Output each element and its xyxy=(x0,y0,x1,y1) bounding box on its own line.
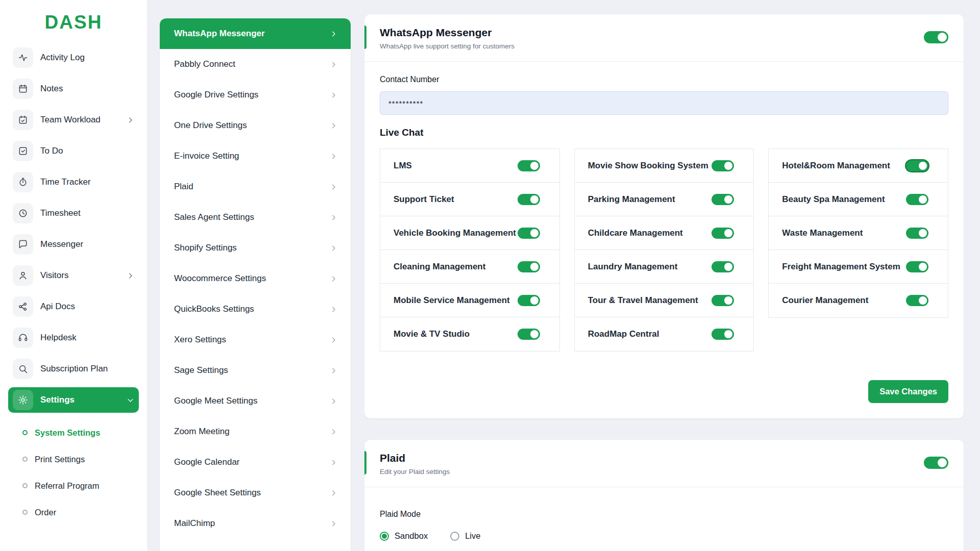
chevron-right-icon xyxy=(330,183,337,191)
sidebar-item-settings[interactable]: Settings xyxy=(8,387,139,413)
sidebar-item-visitors[interactable]: Visitors xyxy=(8,263,139,288)
module-row-vehicle-booking: Vehicle Booking Management xyxy=(380,216,559,250)
settings-nav-item-google-sheet[interactable]: Google Sheet Settings xyxy=(160,478,351,508)
settings-nav-item-google-drive[interactable]: Google Drive Settings xyxy=(160,80,351,110)
module-row-mobile-service: Mobile Service Management xyxy=(380,284,559,317)
settings-nav-item-plaid[interactable]: Plaid xyxy=(160,171,351,202)
check-square-icon xyxy=(13,141,33,161)
sub-item-referral-program[interactable]: Referral Program xyxy=(22,472,139,499)
sub-item-print-settings[interactable]: Print Settings xyxy=(22,446,139,472)
module-toggle[interactable] xyxy=(906,160,928,171)
sidebar-item-helpdesk[interactable]: Helpdesk xyxy=(8,325,139,350)
nav-item-label: QuickBooks Settings xyxy=(174,304,254,314)
sub-item-system-settings[interactable]: System Settings xyxy=(22,419,139,446)
modules-column-1: LMS Support Ticket Vehicle Booking Manag… xyxy=(380,148,560,352)
module-label: Beauty Spa Management xyxy=(782,194,885,205)
sidebar-item-timesheet[interactable]: Timesheet xyxy=(8,201,139,226)
sidebar-item-time-tracker[interactable]: Time Tracker xyxy=(8,169,139,195)
chat-bubble-icon xyxy=(13,234,33,255)
plaid-mode-sandbox-option[interactable]: Sandbox xyxy=(380,531,428,541)
module-label: Mobile Service Management xyxy=(394,295,510,306)
chevron-right-icon xyxy=(330,397,337,405)
settings-nav-item-woocommerce[interactable]: Woocommerce Settings xyxy=(160,263,351,294)
module-label: Cleaning Management xyxy=(394,262,485,272)
sidebar-item-team-workload[interactable]: Team Workload xyxy=(8,107,139,133)
settings-nav-item-one-drive[interactable]: One Drive Settings xyxy=(160,110,351,141)
settings-nav-item-sage[interactable]: Sage Settings xyxy=(160,355,351,386)
module-toggle[interactable] xyxy=(906,295,928,306)
module-toggle[interactable] xyxy=(712,194,734,205)
settings-nav-item-e-invoice[interactable]: E-invoice Setting xyxy=(160,141,351,171)
module-row-freight: Freight Management System xyxy=(769,250,948,284)
module-row-tour-travel: Tour & Travel Management xyxy=(575,284,754,317)
module-toggle[interactable] xyxy=(712,295,734,306)
module-toggle[interactable] xyxy=(518,160,540,171)
settings-nav-item-shopify[interactable]: Shopify Settings xyxy=(160,233,351,263)
plaid-mode-label: Plaid Mode xyxy=(380,510,948,519)
settings-nav-item-google-meet[interactable]: Google Meet Settings xyxy=(160,386,351,416)
calendar-check-icon xyxy=(13,110,33,130)
settings-nav-item-google-calendar[interactable]: Google Calendar xyxy=(160,447,351,478)
nav-item-label: Google Calendar xyxy=(174,457,240,467)
module-toggle[interactable] xyxy=(906,261,928,272)
plaid-enabled-toggle[interactable] xyxy=(924,457,948,469)
sidebar-item-to-do[interactable]: To Do xyxy=(8,138,139,164)
settings-nav-item-pabbly-connect[interactable]: Pabbly Connect xyxy=(160,49,351,80)
chevron-right-icon xyxy=(330,153,337,160)
sub-item-order[interactable]: Order xyxy=(22,499,139,525)
module-toggle[interactable] xyxy=(712,261,734,272)
card-subtitle: Edit your Plaid settings xyxy=(380,468,450,475)
module-label: Movie Show Booking System xyxy=(588,161,708,171)
settings-nav-item-quickbooks[interactable]: QuickBooks Settings xyxy=(160,294,351,324)
module-toggle[interactable] xyxy=(712,329,734,340)
sidebar-item-api-docs[interactable]: Api Docs xyxy=(8,294,139,319)
nav-item-label: Zoom Meeting xyxy=(174,427,230,437)
module-toggle[interactable] xyxy=(518,228,540,239)
radio-icon[interactable] xyxy=(380,532,389,541)
settings-nav-item-xero[interactable]: Xero Settings xyxy=(160,324,351,355)
plaid-mode-options: Sandbox Live xyxy=(380,531,948,541)
sidebar-item-messenger[interactable]: Messenger xyxy=(8,232,139,257)
module-toggle[interactable] xyxy=(906,228,928,239)
whatsapp-enabled-toggle[interactable] xyxy=(924,31,948,43)
sidebar-item-label: Timesheet xyxy=(40,208,81,218)
module-label: LMS xyxy=(394,161,412,171)
module-row-laundry: Laundry Management xyxy=(575,250,754,284)
module-toggle[interactable] xyxy=(906,194,928,205)
module-toggle[interactable] xyxy=(518,295,540,306)
search-icon xyxy=(13,359,33,379)
module-toggle[interactable] xyxy=(518,194,540,205)
sub-item-label: Referral Program xyxy=(35,481,100,491)
nav-item-label: Shopify Settings xyxy=(174,243,237,253)
sidebar-item-notes[interactable]: Notes xyxy=(8,76,139,102)
sidebar-item-label: To Do xyxy=(40,146,63,156)
card-title: WhatsApp Messenger xyxy=(380,27,514,39)
module-label: Parking Management xyxy=(588,194,675,205)
nav-item-label: E-invoice Setting xyxy=(174,151,239,161)
module-toggle[interactable] xyxy=(712,160,734,171)
sidebar-item-label: Activity Log xyxy=(40,53,85,63)
module-toggle[interactable] xyxy=(518,329,540,340)
plaid-mode-live-option[interactable]: Live xyxy=(450,531,480,541)
module-row-hotel-room: Hotel&Room Management xyxy=(769,149,948,183)
plaid-card: Plaid Edit your Plaid settings Plaid Mod… xyxy=(364,440,964,551)
contact-number-input[interactable] xyxy=(380,91,948,115)
sidebar-item-activity-log[interactable]: Activity Log xyxy=(8,45,139,70)
module-toggle[interactable] xyxy=(712,228,734,239)
radio-icon[interactable] xyxy=(450,532,459,541)
nav-item-label: Sales Agent Settings xyxy=(174,212,254,222)
settings-nav-item-sales-agent[interactable]: Sales Agent Settings xyxy=(160,202,351,233)
chevron-right-icon xyxy=(127,272,134,280)
module-label: Waste Management xyxy=(782,228,863,238)
save-changes-button[interactable]: Save Changes xyxy=(868,380,948,403)
settings-nav-item-mailchimp[interactable]: MailChimp xyxy=(160,508,351,539)
chevron-right-icon xyxy=(330,306,337,313)
settings-nav-item-zoom-meeting[interactable]: Zoom Meeting xyxy=(160,416,351,447)
module-label: Freight Management System xyxy=(782,262,900,272)
module-toggle[interactable] xyxy=(518,261,540,272)
nav-item-label: Google Sheet Settings xyxy=(174,488,261,498)
sidebar-item-subscription-plan[interactable]: Subscription Plan xyxy=(8,356,139,382)
settings-nav-item-whatsapp-messenger[interactable]: WhatsApp Messenger xyxy=(160,18,351,49)
module-label: Courier Management xyxy=(782,295,868,306)
nav-item-label: WhatsApp Messenger xyxy=(174,29,265,39)
